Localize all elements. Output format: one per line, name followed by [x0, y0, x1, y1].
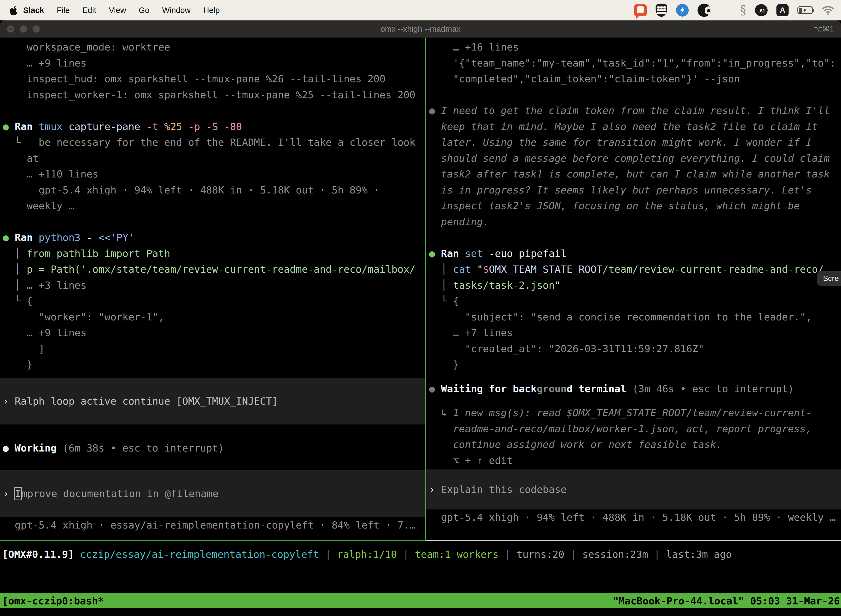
- battery-charging-icon[interactable]: [797, 6, 813, 14]
- menu-item-file[interactable]: File: [57, 6, 70, 15]
- terminal-line: ● Ran python3 - <<'PY': [3, 230, 425, 246]
- terminal-line: [3, 214, 425, 230]
- terminal-line: ● Waiting for background terminal (3m 46…: [429, 381, 841, 397]
- terminal-line: [429, 373, 841, 381]
- terminal-content: workspace_mode: worktree … +9 lines insp…: [0, 38, 841, 540]
- terminal-line: later. Using the same for transition mig…: [429, 134, 841, 150]
- omx-status-row: [OMX#0.11.9] cczip/essay/ai-reimplementa…: [0, 541, 841, 593]
- terminal-line: "subject": "send a concise recommendatio…: [429, 309, 841, 325]
- menu-item-help[interactable]: Help: [203, 6, 220, 15]
- terminal-line: [429, 230, 841, 246]
- right-pane-scrollback: … +16 lines '{"team_name":"my-team","tas…: [429, 39, 841, 468]
- right-pane-status-line: gpt-5.4 xhigh · 94% left · 488K in · 5.1…: [429, 509, 841, 525]
- terminal-line: task2 after task1 is complete, but can I…: [429, 166, 841, 182]
- terminal-line: }: [429, 356, 841, 373]
- terminal-line: }: [3, 356, 425, 373]
- terminal-line: readme-and-reco/mailbox/worker-1.json, a…: [429, 421, 841, 437]
- left-pane-scrollback: workspace_mode: worktree … +9 lines insp…: [3, 39, 425, 373]
- pane-bottom-border: [0, 540, 841, 541]
- menu-item-view[interactable]: View: [109, 6, 126, 15]
- terminal-line: inspect_worker-1: omx sparkshell --tmux-…: [3, 87, 425, 103]
- terminal-window: omx --xhigh --madmax ⌥⌘1 workspace_mode:…: [0, 21, 841, 616]
- terminal-line: ⌥ + ↑ edit: [429, 453, 841, 469]
- macos-menu-bar: Slack FileEditViewGoWindowHelp § ..61 A: [0, 0, 841, 21]
- terminal-line: [429, 87, 841, 103]
- apple-menu-icon[interactable]: [10, 5, 18, 15]
- hook-icon[interactable]: §: [740, 4, 746, 17]
- terminal-line: │ tasks/task-2.json": [429, 277, 841, 293]
- working-status-line: ● Working (6m 38s • esc to interrupt): [3, 440, 425, 456]
- terminal-line: continue assigned work or next feasible …: [429, 437, 841, 453]
- terminal-line: … +7 lines: [429, 325, 841, 341]
- terminal-line: '{"team_name":"my-team","task_id":"1","f…: [429, 55, 841, 71]
- terminal-line: ]: [3, 341, 425, 357]
- window-title-bar[interactable]: omx --xhigh --madmax ⌥⌘1: [0, 21, 841, 38]
- terminal-line: ● Ran set -euo pipefail: [429, 246, 841, 262]
- tmux-status-bar: [omx-cczip0:bash* "MacBook-Pro-44.local"…: [0, 593, 841, 608]
- screenshot-chat-icon[interactable]: [634, 4, 647, 16]
- menu-item-edit[interactable]: Edit: [82, 6, 96, 15]
- bolt-badge-icon[interactable]: [676, 4, 689, 16]
- terminal-line: inspect_hud: omx sparkshell --tmux-pane …: [3, 71, 425, 87]
- terminal-line: is in progress? It seems likely but perh…: [429, 182, 841, 198]
- percent-badge-icon[interactable]: ..61: [755, 4, 768, 16]
- terminal-line: │ … +3 lines: [3, 277, 425, 293]
- shield-grid-icon[interactable]: [656, 4, 667, 17]
- terminal-line: └ {: [3, 293, 425, 309]
- terminal-line: ↳ 1 new msg(s): read $OMX_TEAM_STATE_ROO…: [429, 405, 841, 421]
- terminal-line: "completed","claim_token":"claim-token"}…: [429, 71, 841, 87]
- left-pane-status-line: gpt-5.4 xhigh · essay/ai-reimplementatio…: [3, 517, 425, 533]
- terminal-line: … +9 lines: [3, 55, 425, 71]
- terminal-line: │ from pathlib import Path: [3, 246, 425, 262]
- keyboard-a-icon[interactable]: A: [777, 4, 788, 16]
- terminal-line: should send a message before completing …: [429, 150, 841, 166]
- tmux-host-clock: "MacBook-Pro-44.local" 05:03 31-Mar-26: [612, 595, 840, 607]
- omx-status-line: [OMX#0.11.9] cczip/essay/ai-reimplementa…: [2, 546, 841, 562]
- dots-grid-icon[interactable]: [719, 4, 731, 16]
- terminal-line: "created_at": "2026-03-31T11:59:27.816Z": [429, 341, 841, 357]
- active-app-name[interactable]: Slack: [23, 6, 44, 15]
- ralph-loop-banner: › Ralph loop active continue [OMX_TMUX_I…: [0, 378, 425, 424]
- terminal-line: ● Ran tmux capture-pane -t %25 -p -S -80: [3, 119, 425, 135]
- left-terminal-pane[interactable]: workspace_mode: worktree … +9 lines insp…: [0, 38, 425, 540]
- terminal-line: … +110 lines: [3, 166, 425, 182]
- terminal-line: pending.: [429, 214, 841, 230]
- terminal-line: ● I need to get the claim token from the…: [429, 103, 841, 119]
- terminal-line: │ p = Path('.omx/state/team/review-curre…: [3, 261, 425, 277]
- crescent-circle-icon[interactable]: [697, 4, 711, 17]
- screen-tooltip: Scre: [817, 271, 841, 286]
- terminal-line: [429, 397, 841, 405]
- terminal-line: … +16 lines: [429, 39, 841, 55]
- terminal-line: weekly …: [3, 198, 425, 214]
- menu-item-go[interactable]: Go: [139, 6, 149, 15]
- terminal-line: └ be necessary for the end of the README…: [3, 134, 425, 150]
- window-bottom-fill: [0, 608, 841, 616]
- terminal-line: │ cat "$OMX_TEAM_STATE_ROOT/team/review-…: [429, 261, 841, 277]
- left-prompt-input[interactable]: › Improve documentation in @filename: [0, 470, 425, 517]
- window-title: omx --xhigh --madmax: [0, 25, 841, 34]
- terminal-line: at: [3, 150, 425, 166]
- wifi-icon[interactable]: [822, 6, 834, 15]
- terminal-line: keep that in mind. Maybe I also need the…: [429, 119, 841, 135]
- terminal-line: … +9 lines: [3, 325, 425, 341]
- menu-items: FileEditViewGoWindowHelp: [57, 6, 220, 15]
- tmux-session-label: [omx-cczip0:bash*: [2, 595, 104, 607]
- terminal-line: gpt-5.4 xhigh · 94% left · 488K in · 5.1…: [3, 182, 425, 198]
- terminal-line: [3, 103, 425, 119]
- terminal-line: inspect task2's JSON, focusing on the st…: [429, 198, 841, 214]
- terminal-line: "worker": "worker-1",: [3, 309, 425, 325]
- right-prompt-input[interactable]: › Explain this codebase: [426, 469, 841, 509]
- right-terminal-pane[interactable]: … +16 lines '{"team_name":"my-team","tas…: [426, 38, 841, 540]
- menu-item-window[interactable]: Window: [162, 6, 190, 15]
- terminal-line: └ {: [429, 293, 841, 309]
- status-icons: § ..61 A: [634, 4, 834, 17]
- terminal-line: workspace_mode: worktree: [3, 39, 425, 55]
- window-shortcut-badge: ⌥⌘1: [814, 25, 834, 34]
